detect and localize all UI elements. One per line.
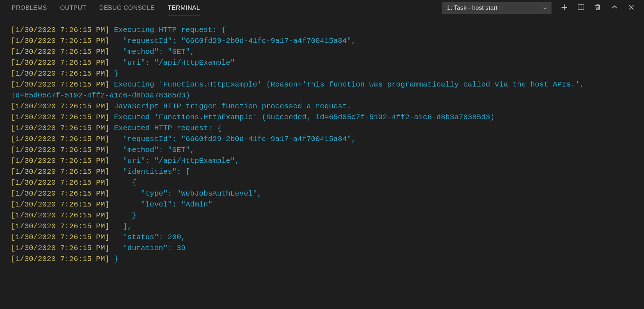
- log-timestamp: [1/30/2020 7:26:15 PM]: [11, 168, 110, 176]
- log-message: "identities": [: [110, 168, 190, 176]
- log-timestamp: [1/30/2020 7:26:15 PM]: [11, 211, 110, 220]
- terminal-line: [1/30/2020 7:26:15 PM] "duration": 39: [11, 243, 637, 254]
- log-message: Executed 'Functions.HttpExample' (Succee…: [110, 113, 495, 121]
- log-message: "method": "GET",: [110, 146, 195, 154]
- log-timestamp: [1/30/2020 7:26:15 PM]: [11, 59, 110, 67]
- split-terminal-button[interactable]: [576, 3, 586, 13]
- terminal-line: [1/30/2020 7:26:15 PM] }: [11, 210, 637, 221]
- trash-icon: [594, 4, 601, 12]
- terminal-selector-label: 1: Task - host start: [447, 4, 498, 12]
- panel-header: PROBLEMS OUTPUT DEBUG CONSOLE TERMINAL 1…: [0, 0, 644, 16]
- tab-terminal[interactable]: TERMINAL: [161, 0, 206, 16]
- tab-output[interactable]: OUTPUT: [54, 0, 93, 16]
- log-message: "requestId": "6660fd29-2b0d-41fc-9a17-a4…: [110, 37, 356, 45]
- log-message: Executed HTTP request: {: [110, 124, 222, 132]
- log-timestamp: [1/30/2020 7:26:15 PM]: [11, 124, 110, 132]
- log-message: "requestId": "6660fd29-2b0d-41fc-9a17-a4…: [110, 135, 356, 143]
- terminal-line: [1/30/2020 7:26:15 PM] JavaScript HTTP t…: [11, 101, 637, 112]
- log-message: ],: [110, 222, 132, 230]
- tab-debug-console[interactable]: DEBUG CONSOLE: [93, 0, 161, 16]
- log-timestamp: [1/30/2020 7:26:15 PM]: [11, 157, 110, 165]
- log-timestamp: [1/30/2020 7:26:15 PM]: [11, 26, 110, 34]
- plus-icon: [561, 4, 568, 12]
- terminal-line: [1/30/2020 7:26:15 PM] Executed HTTP req…: [11, 123, 637, 134]
- kill-terminal-button[interactable]: [593, 3, 602, 13]
- tab-problems[interactable]: PROBLEMS: [5, 0, 54, 16]
- new-terminal-button[interactable]: [560, 3, 569, 13]
- log-message: "status": 200,: [110, 233, 186, 241]
- chevron-down-icon: [542, 5, 548, 11]
- terminal-line: [1/30/2020 7:26:15 PM] "requestId": "666…: [11, 134, 637, 145]
- close-icon: [628, 4, 635, 12]
- terminal-line: [1/30/2020 7:26:15 PM] "uri": "/api/Http…: [11, 57, 637, 68]
- terminal-line: [1/30/2020 7:26:15 PM] "uri": "/api/Http…: [11, 156, 637, 166]
- terminal-selector-dropdown[interactable]: 1: Task - host start: [442, 2, 552, 14]
- log-timestamp: [1/30/2020 7:26:15 PM]: [11, 222, 110, 230]
- log-timestamp: [1/30/2020 7:26:15 PM]: [11, 146, 110, 154]
- log-timestamp: [1/30/2020 7:26:15 PM]: [11, 244, 110, 252]
- terminal-line: [1/30/2020 7:26:15 PM] }: [11, 68, 637, 79]
- log-message: }: [110, 69, 119, 78]
- terminal-line: [1/30/2020 7:26:15 PM] "status": 200,: [11, 232, 637, 243]
- terminal-line: [1/30/2020 7:26:15 PM] "type": "WebJobsA…: [11, 188, 637, 199]
- panel-tabs: PROBLEMS OUTPUT DEBUG CONSOLE TERMINAL: [5, 0, 206, 16]
- terminal-line: [1/30/2020 7:26:15 PM] "requestId": "666…: [11, 36, 637, 47]
- terminal-line: [1/30/2020 7:26:15 PM] {: [11, 177, 637, 188]
- maximize-panel-button[interactable]: [610, 3, 619, 13]
- terminal-output[interactable]: [1/30/2020 7:26:15 PM] Executing HTTP re…: [0, 16, 644, 265]
- log-message: }: [110, 255, 119, 263]
- split-panel-icon: [577, 4, 585, 12]
- terminal-line: [1/30/2020 7:26:15 PM] Executing 'Functi…: [11, 79, 637, 101]
- terminal-line: [1/30/2020 7:26:15 PM] "method": "GET",: [11, 145, 637, 156]
- log-timestamp: [1/30/2020 7:26:15 PM]: [11, 189, 110, 198]
- log-timestamp: [1/30/2020 7:26:15 PM]: [11, 102, 110, 111]
- terminal-line: [1/30/2020 7:26:15 PM] "level": "Admin": [11, 199, 637, 210]
- log-message: "level": "Admin": [110, 200, 213, 209]
- log-message: "duration": 39: [110, 244, 186, 252]
- terminal-line: [1/30/2020 7:26:15 PM] Executing HTTP re…: [11, 25, 637, 36]
- log-timestamp: [1/30/2020 7:26:15 PM]: [11, 48, 110, 56]
- log-message: {: [110, 178, 137, 187]
- log-message: }: [110, 211, 137, 220]
- log-timestamp: [1/30/2020 7:26:15 PM]: [11, 178, 110, 187]
- log-message: "type": "WebJobsAuthLevel",: [110, 189, 262, 198]
- log-timestamp: [1/30/2020 7:26:15 PM]: [11, 113, 110, 121]
- terminal-line: [1/30/2020 7:26:15 PM] "identities": [: [11, 166, 637, 177]
- log-timestamp: [1/30/2020 7:26:15 PM]: [11, 69, 110, 78]
- log-timestamp: [1/30/2020 7:26:15 PM]: [11, 80, 110, 89]
- terminal-toolbar: [560, 3, 636, 13]
- log-message: "method": "GET",: [110, 48, 195, 56]
- terminal-line: [1/30/2020 7:26:15 PM] }: [11, 254, 637, 265]
- log-timestamp: [1/30/2020 7:26:15 PM]: [11, 233, 110, 241]
- terminal-line: [1/30/2020 7:26:15 PM] ],: [11, 221, 637, 232]
- chevron-up-icon: [611, 4, 618, 12]
- log-message: Executing HTTP request: {: [110, 26, 226, 34]
- log-timestamp: [1/30/2020 7:26:15 PM]: [11, 135, 110, 143]
- log-timestamp: [1/30/2020 7:26:15 PM]: [11, 200, 110, 209]
- terminal-line: [1/30/2020 7:26:15 PM] Executed 'Functio…: [11, 112, 637, 123]
- close-panel-button[interactable]: [627, 3, 636, 13]
- terminal-line: [1/30/2020 7:26:15 PM] "method": "GET",: [11, 47, 637, 57]
- log-message: "uri": "/api/HttpExample",: [110, 157, 240, 165]
- log-timestamp: [1/30/2020 7:26:15 PM]: [11, 255, 110, 263]
- log-message: "uri": "/api/HttpExample": [110, 59, 235, 67]
- log-timestamp: [1/30/2020 7:26:15 PM]: [11, 37, 110, 45]
- log-message: JavaScript HTTP trigger function process…: [110, 102, 351, 111]
